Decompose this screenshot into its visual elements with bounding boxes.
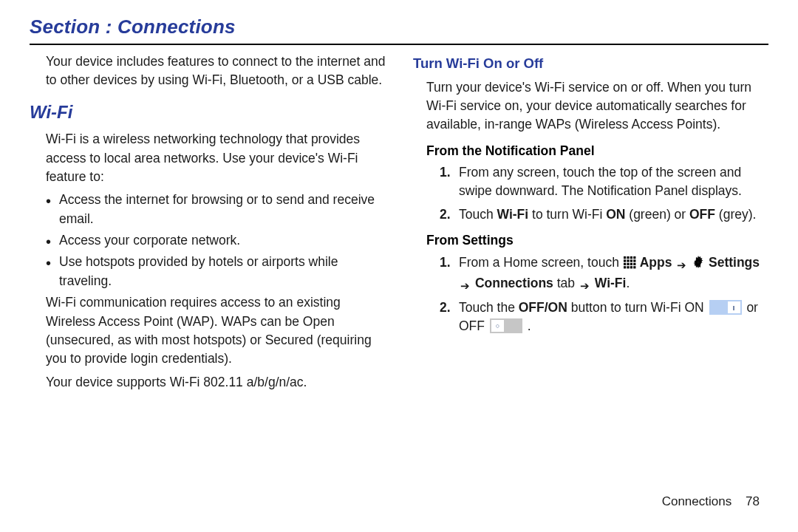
notification-steps: 1. From any screen, touch the top of the… xyxy=(440,163,768,224)
text: (green) or xyxy=(625,207,689,222)
text: (grey). xyxy=(715,207,756,222)
list-item: 2. Touch Wi-Fi to turn Wi-Fi ON (green) … xyxy=(440,205,768,224)
svg-rect-13 xyxy=(627,266,629,268)
text: . xyxy=(528,318,531,333)
page-number: 78 xyxy=(746,494,760,508)
intro-paragraph: Your device includes features to connect… xyxy=(46,52,388,90)
svg-rect-6 xyxy=(630,259,632,262)
heading-from-settings: From Settings xyxy=(426,231,768,250)
svg-rect-5 xyxy=(627,259,629,262)
step-marker: 2. xyxy=(440,205,451,224)
text: Touch xyxy=(459,207,497,222)
apps-icon xyxy=(623,256,636,274)
section-title: Section : Connections xyxy=(30,13,768,42)
list-item: 2. Touch the OFF/ON button to turn Wi-Fi… xyxy=(440,299,768,336)
text: Touch the xyxy=(459,300,519,315)
bold-text: OFF xyxy=(689,207,715,222)
step-marker: 1. xyxy=(440,253,451,272)
text: . xyxy=(626,276,630,290)
arrow-icon: ➔ xyxy=(677,257,686,273)
step-marker: 2. xyxy=(440,299,451,317)
svg-rect-14 xyxy=(630,266,632,268)
heading-wifi: Wi-Fi xyxy=(30,100,388,126)
svg-rect-3 xyxy=(633,256,635,259)
svg-rect-8 xyxy=(624,262,626,265)
step-marker: 1. xyxy=(440,163,451,182)
svg-rect-0 xyxy=(624,256,626,259)
step-text: From a Home screen, touch Apps ➔ xyxy=(459,255,760,290)
gear-icon xyxy=(692,256,705,274)
svg-rect-4 xyxy=(624,259,626,262)
svg-rect-7 xyxy=(633,259,635,262)
svg-rect-2 xyxy=(630,256,632,259)
toggle-on-icon xyxy=(709,300,742,315)
wifi-feature-list: Access the internet for browsing or to s… xyxy=(46,191,388,290)
bold-text: Wi-Fi xyxy=(595,276,627,290)
list-item: Access your corporate network. xyxy=(46,231,388,250)
bold-text: Connections xyxy=(475,276,553,290)
svg-rect-9 xyxy=(627,262,629,265)
svg-rect-10 xyxy=(630,262,632,265)
svg-rect-1 xyxy=(627,256,629,259)
divider xyxy=(30,44,768,45)
footer-label: Connections xyxy=(662,494,732,508)
bold-text: ON xyxy=(606,207,625,222)
bold-text: Settings xyxy=(709,255,760,270)
text: From a Home screen, touch xyxy=(459,255,623,270)
support-paragraph: Your device supports Wi-Fi 802.11 a/b/g/… xyxy=(46,373,388,392)
step-text: Touch Wi-Fi to turn Wi-Fi ON (green) or … xyxy=(459,207,756,222)
bold-text: Wi-Fi xyxy=(497,207,529,222)
svg-rect-12 xyxy=(624,266,626,268)
left-column: Your device includes features to connect… xyxy=(30,52,388,396)
step-text: From any screen, touch the top of the sc… xyxy=(459,165,742,198)
wap-paragraph: Wi-Fi communication requires access to a… xyxy=(46,293,388,369)
text: tab xyxy=(553,276,579,290)
page-footer: Connections 78 xyxy=(662,493,760,511)
arrow-icon: ➔ xyxy=(580,278,590,294)
bold-text: Apps xyxy=(640,255,672,270)
step-text: Touch the OFF/ON button to turn Wi-Fi ON… xyxy=(459,300,758,333)
list-item: Access the internet for browsing or to s… xyxy=(46,191,388,228)
list-item: 1. From a Home screen, touch Apps ➔ xyxy=(440,253,768,294)
text: button to turn Wi-Fi ON xyxy=(567,300,708,315)
svg-rect-11 xyxy=(633,262,635,265)
right-column: Turn Wi-Fi On or Off Turn your device's … xyxy=(410,52,768,396)
list-item: 1. From any screen, touch the top of the… xyxy=(440,163,768,201)
toggle-off-icon xyxy=(490,318,522,333)
settings-steps: 1. From a Home screen, touch Apps ➔ xyxy=(440,253,768,336)
text: to turn Wi-Fi xyxy=(528,207,606,222)
two-column-layout: Your device includes features to connect… xyxy=(30,52,768,396)
list-item: Use hotspots provided by hotels or airpo… xyxy=(46,253,388,290)
turn-intro-paragraph: Turn your device's Wi-Fi service on or o… xyxy=(426,78,768,134)
heading-turn-wifi: Turn Wi-Fi On or Off xyxy=(413,54,768,74)
svg-rect-15 xyxy=(633,266,635,268)
wifi-intro-paragraph: Wi-Fi is a wireless networking technolog… xyxy=(46,130,388,186)
bold-text: OFF/ON xyxy=(519,300,567,315)
heading-from-notification-panel: From the Notification Panel xyxy=(426,142,768,160)
arrow-icon: ➔ xyxy=(460,278,470,294)
